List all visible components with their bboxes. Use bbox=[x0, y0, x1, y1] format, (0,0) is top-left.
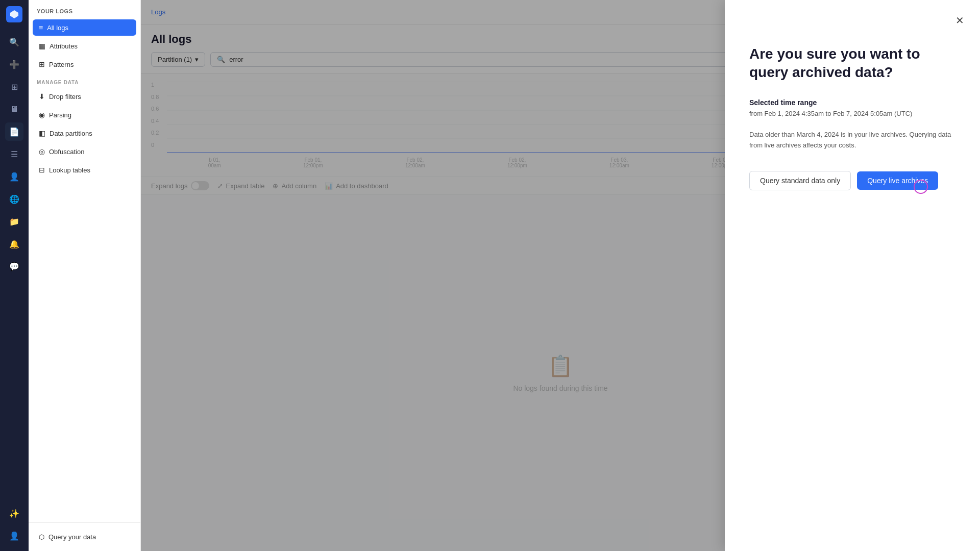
data-partitions-icon: ◧ bbox=[39, 129, 45, 137]
rail-folder-icon[interactable]: 📁 bbox=[5, 212, 23, 231]
sidebar-item-drop-filters[interactable]: ⬇ Drop filters bbox=[33, 88, 136, 105]
rail-globe-icon[interactable]: 🌐 bbox=[5, 190, 23, 208]
attributes-icon: ▦ bbox=[39, 42, 45, 50]
sidebar-item-obfuscation[interactable]: ◎ Obfuscation bbox=[33, 143, 136, 160]
rail-list-icon[interactable]: ☰ bbox=[5, 145, 23, 163]
sidebar-item-attributes[interactable]: ▦ Attributes bbox=[33, 38, 136, 54]
sidebar: YOUR LoGs ≡ All logs ▦ Attributes ⊞ Patt… bbox=[29, 0, 141, 551]
sidebar-item-parsing[interactable]: ◉ Parsing bbox=[33, 107, 136, 123]
dialog-section-label: Selected time range bbox=[749, 98, 955, 107]
parsing-icon: ◉ bbox=[39, 111, 45, 119]
dialog-title: Are you sure you want to query archived … bbox=[749, 45, 955, 82]
app-name: YOUR LoGs bbox=[29, 0, 140, 18]
query-your-data-label: Query your data bbox=[48, 533, 96, 541]
rail-monitor-icon[interactable]: 🖥 bbox=[5, 100, 23, 118]
rail-add-icon[interactable]: ➕ bbox=[5, 55, 23, 73]
dialog-close-button[interactable]: ✕ bbox=[951, 12, 968, 29]
sidebar-item-data-partitions[interactable]: ◧ Data partitions bbox=[33, 125, 136, 141]
all-logs-icon: ≡ bbox=[39, 23, 43, 32]
sidebar-item-parsing-label: Parsing bbox=[49, 111, 71, 119]
sidebar-item-obfuscation-label: Obfuscation bbox=[49, 148, 84, 156]
sidebar-item-all-logs[interactable]: ≡ All logs bbox=[33, 19, 136, 36]
query-your-data-item[interactable]: ⬡ Query your data bbox=[35, 529, 134, 545]
sidebar-item-drop-filters-label: Drop filters bbox=[49, 93, 81, 101]
sidebar-item-lookup-tables-label: Lookup tables bbox=[49, 166, 90, 174]
rail-grid-icon[interactable]: ⊞ bbox=[5, 78, 23, 96]
app-logo[interactable] bbox=[6, 6, 22, 22]
rail-chat-icon[interactable]: 💬 bbox=[5, 257, 23, 276]
drop-filters-icon: ⬇ bbox=[39, 92, 45, 101]
sidebar-item-patterns[interactable]: ⊞ Patterns bbox=[33, 56, 136, 72]
close-icon: ✕ bbox=[955, 14, 964, 27]
dialog-panel: ✕ Are you sure you want to query archive… bbox=[725, 0, 980, 551]
sidebar-bottom: ⬡ Query your data bbox=[29, 522, 140, 551]
sidebar-item-attributes-label: Attributes bbox=[50, 42, 78, 50]
rail-logs-icon[interactable]: 📄 bbox=[5, 122, 23, 141]
rail-bell-icon[interactable]: 🔔 bbox=[5, 235, 23, 253]
sidebar-item-all-logs-label: All logs bbox=[47, 24, 68, 32]
sidebar-item-patterns-label: Patterns bbox=[49, 61, 74, 68]
sidebar-item-lookup-tables[interactable]: ⊟ Lookup tables bbox=[33, 162, 136, 178]
icon-rail: 🔍 ➕ ⊞ 🖥 📄 ☰ 👤 🌐 📁 🔔 💬 ✨ 👤 bbox=[0, 0, 29, 551]
query-standard-button[interactable]: Query standard data only bbox=[749, 171, 851, 190]
rail-search-icon[interactable]: 🔍 bbox=[5, 33, 23, 51]
main-content: Logs All logs Partition (1) ▾ 🔍 error 1 … bbox=[141, 0, 980, 551]
rail-avatar-icon[interactable]: 👤 bbox=[5, 527, 23, 545]
rail-user-icon[interactable]: 👤 bbox=[5, 167, 23, 186]
query-archives-label: Query live archives bbox=[867, 177, 928, 185]
manage-data-label: MANAGE DATA bbox=[29, 73, 140, 87]
lookup-tables-icon: ⊟ bbox=[39, 166, 45, 174]
query-your-data-icon: ⬡ bbox=[39, 533, 44, 541]
obfuscation-icon: ◎ bbox=[39, 147, 45, 156]
sidebar-item-data-partitions-label: Data partitions bbox=[50, 130, 92, 137]
patterns-icon: ⊞ bbox=[39, 60, 45, 68]
dialog-actions: Query standard data only Query live arch… bbox=[749, 171, 955, 190]
rail-stars-icon[interactable]: ✨ bbox=[5, 504, 23, 522]
dialog-warning: Data older than March 4, 2024 is in your… bbox=[749, 130, 955, 151]
dialog-time-range: from Feb 1, 2024 4:35am to Feb 7, 2024 5… bbox=[749, 110, 955, 117]
query-archives-button[interactable]: Query live archives bbox=[857, 171, 938, 190]
